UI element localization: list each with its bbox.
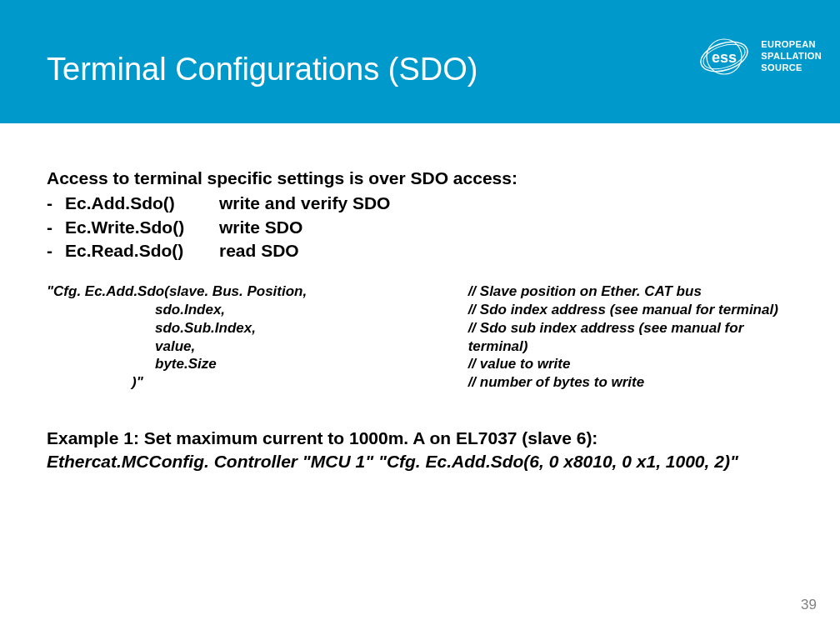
ess-logo-mark: ess <box>698 30 751 83</box>
code-line: byte.Size <box>47 355 422 373</box>
ess-logo: ess EUROPEAN SPALLATION SOURCE <box>698 30 822 83</box>
code-block: "Cfg. Ec.Add.Sdo(slave. Bus. Position, s… <box>47 282 793 392</box>
code-end: )" <box>47 373 422 392</box>
comment-line: // value to write <box>468 355 793 373</box>
example-title: Example 1: Set maximum current to 1000m.… <box>47 427 793 450</box>
code-params: "Cfg. Ec.Add.Sdo(slave. Bus. Position, s… <box>47 282 422 392</box>
code-comments: // Slave position on Ether. CAT bus // S… <box>468 282 793 392</box>
function-name: Ec.Add.Sdo() <box>65 192 219 215</box>
function-row: - Ec.Read.Sdo() read SDO <box>47 239 793 262</box>
function-name: Ec.Read.Sdo() <box>65 239 219 262</box>
function-row: - Ec.Write.Sdo() write SDO <box>47 216 793 239</box>
example-block: Example 1: Set maximum current to 1000m.… <box>47 427 793 474</box>
function-desc: write and verify SDO <box>219 192 390 215</box>
page-number: 39 <box>801 597 817 613</box>
logo-line: SPALLATION <box>761 51 822 62</box>
code-line: value, <box>47 338 422 356</box>
bullet-dash: - <box>47 192 65 215</box>
comment-line: // Sdo sub index address (see manual for… <box>468 319 793 356</box>
code-line: sdo.Sub.Index, <box>47 319 422 338</box>
slide-title: Terminal Configurations (SDO) <box>47 52 478 88</box>
function-row: - Ec.Add.Sdo() write and verify SDO <box>47 192 793 215</box>
comment-line: // number of bytes to write <box>468 373 793 392</box>
slide-header: Terminal Configurations (SDO) ess EUROPE… <box>0 0 840 123</box>
slide-body: Access to terminal specific settings is … <box>0 123 840 474</box>
logo-line: SOURCE <box>761 62 822 74</box>
ess-logo-text: EUROPEAN SPALLATION SOURCE <box>761 39 822 73</box>
function-desc: read SDO <box>219 239 299 262</box>
function-list: - Ec.Add.Sdo() write and verify SDO - Ec… <box>47 192 793 262</box>
code-line: sdo.Index, <box>47 301 422 319</box>
function-desc: write SDO <box>219 216 302 239</box>
ess-abbrev: ess <box>712 49 737 66</box>
comment-line: // Sdo index address (see manual for ter… <box>468 301 793 319</box>
example-code: Ethercat.MCConfig. Controller "MCU 1" "C… <box>47 450 793 473</box>
intro-text: Access to terminal specific settings is … <box>47 167 793 190</box>
logo-line: EUROPEAN <box>761 39 822 51</box>
bullet-dash: - <box>47 239 65 262</box>
comment-line: // Slave position on Ether. CAT bus <box>468 282 793 301</box>
code-line: "Cfg. Ec.Add.Sdo(slave. Bus. Position, <box>47 282 422 301</box>
function-name: Ec.Write.Sdo() <box>65 216 219 239</box>
bullet-dash: - <box>47 216 65 239</box>
